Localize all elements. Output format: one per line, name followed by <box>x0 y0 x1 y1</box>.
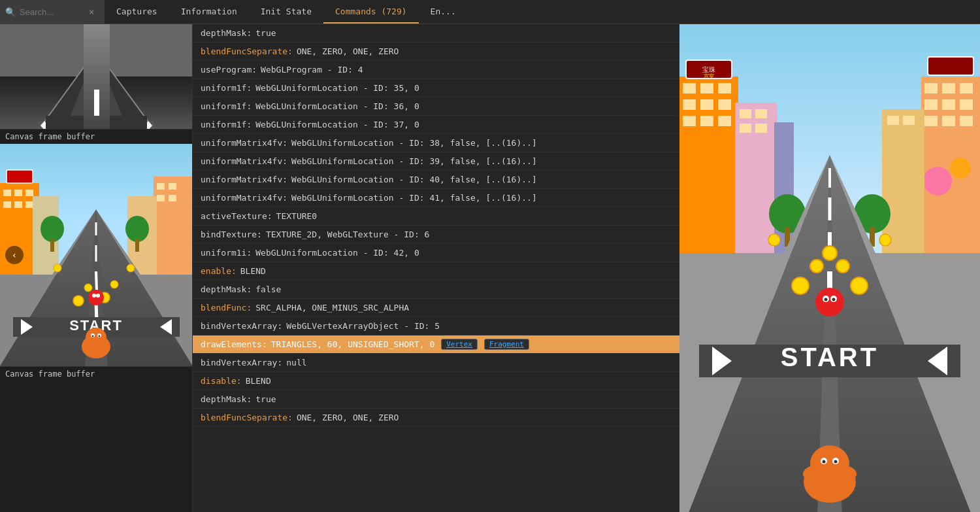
search-close-icon[interactable]: × <box>89 7 94 17</box>
command-row[interactable]: useProgram: WebGLProgram - ID: 4 <box>193 61 679 79</box>
svg-rect-21 <box>3 201 11 208</box>
badge-fragment[interactable]: Fragment <box>484 339 529 350</box>
svg-rect-103 <box>903 116 915 125</box>
svg-point-99 <box>923 167 952 196</box>
command-row[interactable]: bindTexture: TEXTURE_2D, WebGLTexture - … <box>193 226 679 244</box>
svg-point-63 <box>96 294 100 298</box>
command-row[interactable]: blendFuncSeparate: ONE, ZERO, ONE, ZERO <box>193 43 679 61</box>
svg-rect-92 <box>942 99 955 110</box>
svg-rect-97 <box>928 57 973 75</box>
svg-rect-72 <box>683 116 696 126</box>
frame-buffer-label-2: Canvas frame buffer <box>0 366 192 381</box>
svg-rect-89 <box>942 83 955 94</box>
command-row[interactable]: drawElements: TRIANGLES, 60, UNSIGNED_SH… <box>193 335 679 354</box>
svg-text:宫室: 宫室 <box>704 73 714 79</box>
cmd-value: BLEND <box>246 376 271 386</box>
command-row[interactable]: uniformMatrix4fv: WebGLUniformLocation -… <box>193 152 679 171</box>
cmd-value: true <box>255 28 276 38</box>
command-row[interactable]: activeTexture: TEXTURE0 <box>193 207 679 226</box>
svg-rect-23 <box>25 201 33 208</box>
command-row[interactable]: uniform1f: WebGLUniformLocation - ID: 37… <box>193 116 679 134</box>
command-row[interactable]: blendFuncSeparate: ONE, ZERO, ONE, ZERO <box>193 409 679 427</box>
svg-point-135 <box>834 460 838 464</box>
svg-point-125 <box>815 288 844 316</box>
tab-captures[interactable]: Captures <box>105 0 169 24</box>
svg-point-54 <box>127 264 135 272</box>
cmd-value: false <box>255 284 281 294</box>
cmd-key: uniformMatrix4fv: <box>201 193 287 203</box>
svg-point-129 <box>832 298 836 301</box>
svg-point-60 <box>99 335 101 337</box>
command-row[interactable]: bindVertexArray: null <box>193 354 679 372</box>
cmd-value: WebGLUniformLocation - ID: 41, false, [.… <box>291 193 537 203</box>
svg-rect-82 <box>740 124 751 133</box>
svg-rect-73 <box>700 116 713 126</box>
search-input[interactable] <box>20 7 85 17</box>
svg-point-134 <box>823 460 826 464</box>
command-row[interactable]: uniform1f: WebGLUniformLocation - ID: 35… <box>193 79 679 97</box>
svg-point-52 <box>110 281 118 288</box>
badge-vertex[interactable]: Vertex <box>441 339 478 350</box>
cmd-key: uniformMatrix4fv: <box>201 156 287 166</box>
svg-rect-91 <box>924 99 938 110</box>
svg-rect-36 <box>135 239 139 252</box>
svg-rect-26 <box>154 177 193 275</box>
tab-commands[interactable]: Commands (729) <box>323 0 419 24</box>
svg-point-56 <box>86 328 106 347</box>
tab-init-state[interactable]: Init State <box>249 0 323 24</box>
svg-rect-22 <box>14 201 22 208</box>
command-row[interactable]: depthMask: true <box>193 24 679 43</box>
nav-arrow-left[interactable]: ‹ <box>5 246 24 264</box>
cmd-value: ONE, ZERO, ONE, ZERO <box>297 46 399 56</box>
search-icon: 🔍 <box>5 7 16 17</box>
cmd-key: blendFuncSeparate: <box>201 46 293 56</box>
command-row[interactable]: uniformMatrix4fv: WebGLUniformLocation -… <box>193 189 679 207</box>
cmd-value: TEXTURE0 <box>276 211 318 221</box>
cmd-value: WebGLProgram - ID: 4 <box>261 65 363 75</box>
left-panel: START Canvas frame buffer <box>0 24 193 512</box>
svg-rect-83 <box>755 124 767 133</box>
cmd-key: uniform1f: <box>201 120 252 129</box>
svg-point-59 <box>92 335 94 337</box>
right-game-scene-svg: 宝珠 宫室 <box>679 24 980 512</box>
command-row[interactable]: uniformMatrix4fv: WebGLUniformLocation -… <box>193 134 679 152</box>
svg-point-14 <box>87 98 105 114</box>
cmd-key: bindTexture: <box>201 230 262 239</box>
svg-rect-30 <box>169 195 176 201</box>
svg-point-61 <box>88 290 104 305</box>
svg-rect-19 <box>14 190 22 196</box>
svg-rect-67 <box>700 83 713 94</box>
command-row[interactable]: uniform1f: WebGLUniformLocation - ID: 36… <box>193 97 679 116</box>
tab-information[interactable]: Information <box>169 0 249 24</box>
svg-text:START: START <box>781 343 879 371</box>
frame-buffer-label-1: Canvas frame buffer <box>0 129 192 144</box>
cmd-key: uniform1f: <box>201 101 252 111</box>
command-row[interactable]: uniform1i: WebGLUniformLocation - ID: 42… <box>193 244 679 262</box>
svg-rect-90 <box>960 83 973 94</box>
svg-rect-66 <box>683 83 696 94</box>
command-row[interactable]: disable: BLEND <box>193 372 679 390</box>
command-row[interactable]: uniformMatrix4fv: WebGLUniformLocation -… <box>193 171 679 189</box>
svg-point-128 <box>825 298 828 301</box>
command-row[interactable]: depthMask: true <box>193 390 679 409</box>
svg-rect-74 <box>718 116 731 126</box>
cmd-value: BLEND <box>240 266 266 276</box>
tab-end[interactable]: En... <box>419 0 468 24</box>
cmd-key: uniform1i: <box>201 248 252 258</box>
cmd-key: enable: <box>201 266 237 276</box>
command-row[interactable]: bindVertexArray: WebGLVertexArrayObject … <box>193 317 679 335</box>
search-area: 🔍 × <box>0 0 105 24</box>
cmd-value: TEXTURE_2D, WebGLTexture - ID: 6 <box>266 230 429 239</box>
cmd-key: depthMask: <box>201 394 252 404</box>
cmd-key: uniformMatrix4fv: <box>201 138 287 148</box>
svg-point-62 <box>92 294 96 298</box>
svg-point-100 <box>950 158 971 179</box>
cmd-value: WebGLUniformLocation - ID: 42, 0 <box>255 248 419 258</box>
command-row[interactable]: depthMask: false <box>193 281 679 299</box>
command-row[interactable]: enable: BLEND <box>193 262 679 281</box>
frame-buffer-item-1: START Canvas frame buffer <box>0 24 192 144</box>
svg-point-121 <box>836 260 849 273</box>
cmd-key: depthMask: <box>201 28 252 38</box>
svg-point-49 <box>73 296 84 306</box>
command-row[interactable]: blendFunc: SRC_ALPHA, ONE_MINUS_SRC_ALPH… <box>193 299 679 317</box>
